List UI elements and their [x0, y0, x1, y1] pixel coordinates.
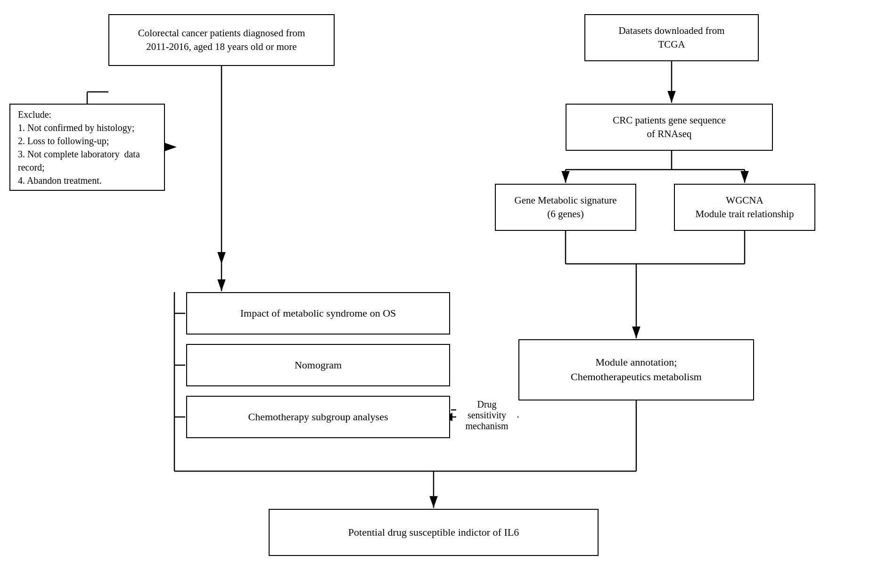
drug-sensitivity-label: Drug sensitivitymechanism — [456, 398, 517, 433]
module-annotation-box: Module annotation;Chemotherapeutics meta… — [518, 339, 754, 400]
module-annotation-label: Module annotation;Chemotherapeutics meta… — [571, 355, 702, 384]
wgcna-box: WGCNAModule trait relationship — [674, 184, 815, 231]
exclude-label: Exclude:1. Not confirmed by histology;2.… — [18, 108, 156, 187]
top-left-label: Colorectal cancer patients diagnosed fro… — [138, 26, 305, 54]
drug-susceptible-label: Potential drug susceptible indictor of I… — [348, 525, 519, 540]
top-right-label: Datasets downloaded fromTCGA — [618, 24, 724, 52]
chemo-subgroup-label: Chemotherapy subgroup analyses — [248, 410, 388, 425]
wgcna-label: WGCNAModule trait relationship — [696, 194, 794, 221]
nomogram-label: Nomogram — [295, 358, 342, 373]
gene-metabolic-label: Gene Metabolic signature(6 genes) — [515, 194, 617, 221]
diagram-container: Colorectal cancer patients diagnosed fro… — [0, 0, 870, 588]
top-left-box: Colorectal cancer patients diagnosed fro… — [108, 14, 335, 66]
impact-os-label: Impact of metabolic syndrome on OS — [240, 306, 396, 321]
gene-metabolic-box: Gene Metabolic signature(6 genes) — [495, 184, 636, 231]
rnaseq-box: CRC patients gene sequenceof RNAseq — [566, 104, 773, 151]
impact-os-box: Impact of metabolic syndrome on OS — [186, 292, 450, 335]
top-right-box: Datasets downloaded fromTCGA — [584, 14, 759, 61]
chemo-subgroup-box: Chemotherapy subgroup analyses — [186, 396, 450, 438]
exclude-box: Exclude:1. Not confirmed by histology;2.… — [9, 104, 165, 191]
rnaseq-label: CRC patients gene sequenceof RNAseq — [613, 114, 726, 141]
drug-susceptible-box: Potential drug susceptible indictor of I… — [269, 509, 599, 556]
nomogram-box: Nomogram — [186, 344, 450, 386]
